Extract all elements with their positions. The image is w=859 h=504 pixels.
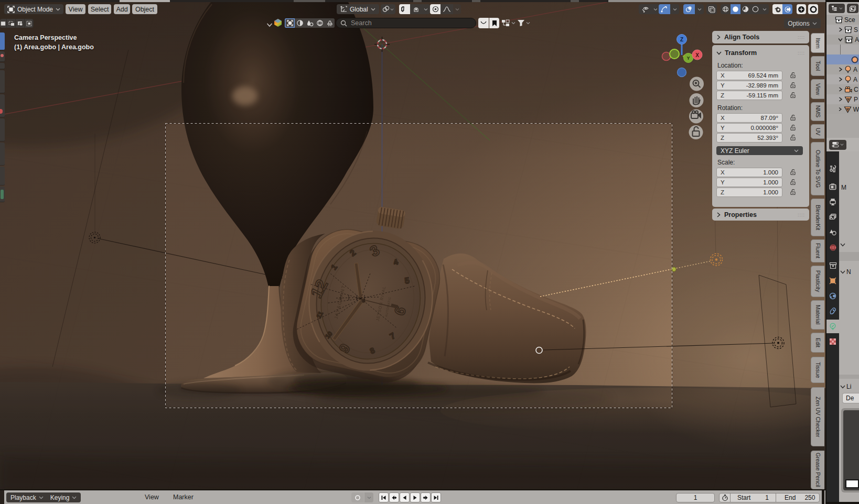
svg-text:X: X <box>695 52 699 58</box>
svg-text:Z: Z <box>680 37 683 42</box>
svg-text:Y: Y <box>686 56 690 61</box>
